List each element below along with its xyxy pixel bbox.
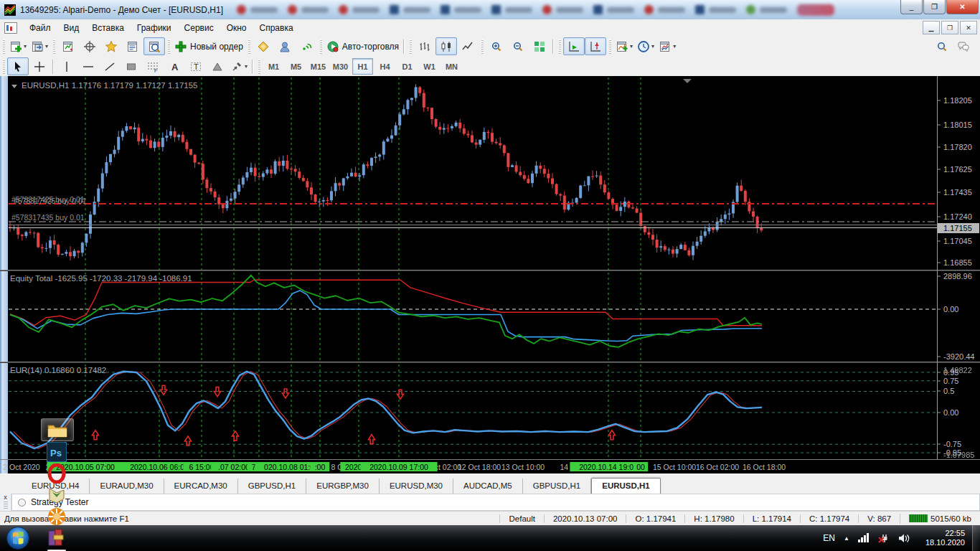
price-chart[interactable]: #578317425 buy 0.01#578317425 buy 0.01#5… (0, 76, 980, 474)
no-internet-plug-icon[interactable] (878, 533, 891, 544)
arrow-tri-button[interactable] (207, 57, 228, 75)
toolbar-separator (52, 60, 54, 74)
strategy-tester-button[interactable] (143, 37, 165, 55)
menu-Справка[interactable]: Справка (253, 21, 300, 35)
blurred-item (491, 2, 532, 17)
chart-window-icon[interactable] (4, 22, 17, 34)
cursor-button[interactable] (7, 57, 29, 75)
timeframe-H4[interactable]: H4 (374, 58, 395, 75)
show-desktop-button[interactable] (972, 525, 980, 551)
menu-Файл[interactable]: Файл (23, 21, 57, 35)
navigator-button[interactable] (100, 37, 122, 55)
data-window-button[interactable] (79, 37, 100, 55)
chart-tab-AUDCAD,M5[interactable]: AUDCAD,M5 (453, 479, 523, 494)
timeframe-W1[interactable]: W1 (419, 58, 440, 75)
new-order-button[interactable]: Новый ордер (172, 37, 245, 55)
search-button[interactable] (931, 37, 953, 55)
trendline-button[interactable] (99, 57, 121, 75)
zoom-in-button[interactable] (486, 37, 507, 55)
metaeditor-button[interactable] (253, 37, 274, 55)
timeframe-M15[interactable]: M15 (308, 58, 329, 75)
metaeditor-icon (257, 40, 270, 53)
dropdown-caret-icon[interactable]: ▾ (651, 43, 654, 50)
close-button[interactable]: ✕ (946, 0, 979, 14)
channel-button[interactable] (121, 57, 142, 75)
hline-button[interactable] (77, 57, 99, 75)
crosshair-button[interactable] (29, 57, 50, 75)
taskbar-app-opera[interactable] (41, 463, 72, 484)
market-watch-button[interactable] (57, 37, 79, 55)
eur-extreme-label: 1.49822 (943, 366, 972, 375)
search-icon (936, 40, 948, 53)
price-scale-label: 1.17045 (943, 237, 972, 245)
system-tray: EN ▲ 22:55 18.10.2020 (823, 525, 980, 551)
signals-button[interactable] (296, 37, 317, 55)
chart-shift-button[interactable] (585, 37, 606, 55)
child-close-button[interactable]: ✕ (960, 21, 977, 34)
maximize-button[interactable]: ❐ (923, 0, 946, 14)
dropdown-caret-icon[interactable]: ▾ (45, 43, 48, 50)
timeframe-M1[interactable]: M1 (263, 58, 284, 75)
chart-tab-GBPUSD,H1[interactable]: GBPUSD,H1 (523, 479, 591, 494)
minimize-button[interactable]: _ (900, 0, 923, 14)
bar-chart-button[interactable] (414, 37, 435, 55)
taskbar-app-explorer[interactable] (41, 418, 74, 441)
menu-Вид[interactable]: Вид (57, 21, 86, 35)
fibo-button[interactable]: F (142, 57, 164, 75)
timeframe-M30[interactable]: M30 (330, 58, 351, 75)
new-chart-button[interactable]: ▾ (7, 37, 29, 55)
chart-tab-EURCAD,M30[interactable]: EURCAD,M30 (164, 479, 238, 494)
chat-button[interactable] (953, 37, 974, 55)
chart-tab-GBPUSD,H1[interactable]: GBPUSD,H1 (238, 479, 306, 494)
chart-area[interactable]: #578317425 buy 0.01#578317425 buy 0.01#5… (0, 76, 980, 474)
child-restore-button[interactable]: ❐ (941, 21, 958, 34)
vline-button[interactable] (56, 57, 77, 75)
experts-button[interactable] (274, 37, 296, 55)
timeframe-H1[interactable]: H1 (352, 58, 373, 75)
tray-expand-icon[interactable]: ▲ (844, 535, 849, 542)
menu-Окно[interactable]: Окно (220, 21, 253, 35)
menu-Вставка[interactable]: Вставка (85, 21, 131, 35)
dropdown-caret-icon[interactable]: ▾ (630, 43, 633, 50)
profiles-button[interactable]: ▾ (29, 37, 50, 55)
dropdown-caret-icon[interactable]: ▾ (24, 43, 27, 50)
title-bar[interactable]: 13649295: Alpari-Demo - Демо Счет - [EUR… (0, 0, 980, 20)
menu-Графики[interactable]: Графики (131, 21, 178, 35)
line-chart-button[interactable] (457, 37, 479, 55)
taskbar-app-photoshop[interactable]: Ps (41, 441, 72, 463)
tester-close-icon[interactable]: x (4, 494, 7, 501)
zoom-out-button[interactable] (507, 37, 529, 55)
taskbar-app-wheel[interactable] (41, 506, 72, 527)
indicators-button[interactable]: ▾ (613, 37, 635, 55)
menu-Сервис[interactable]: Сервис (178, 21, 220, 35)
taskbar-app-book[interactable] (41, 484, 72, 506)
start-button[interactable] (4, 526, 32, 550)
periods-button[interactable]: ▾ (635, 37, 656, 55)
taskbar-app-winrar[interactable] (41, 527, 72, 549)
tile-windows-button[interactable] (529, 37, 550, 55)
timeframe-M5[interactable]: M5 (286, 58, 306, 75)
terminal-button[interactable] (122, 37, 143, 55)
text-a-button[interactable]: A (164, 57, 185, 75)
chart-tab-EURGBP,M30[interactable]: EURGBP,M30 (306, 479, 380, 494)
chart-tab-EURUSD,M30[interactable]: EURUSD,M30 (380, 479, 453, 494)
autotrade-button[interactable]: Авто-торговля (324, 37, 401, 55)
clock[interactable]: 22:55 18.10.2020 (925, 529, 965, 547)
chart-tab-EURUSD,H1[interactable]: EURUSD,H1 (591, 478, 660, 494)
svg-text:Ps: Ps (50, 448, 62, 458)
shapes-button[interactable]: ▾ (228, 57, 250, 75)
child-minimize-button[interactable]: ▁ (923, 21, 940, 34)
volume-icon[interactable] (898, 533, 911, 544)
dropdown-caret-icon[interactable]: ▾ (245, 63, 248, 70)
auto-scroll-button[interactable] (563, 37, 585, 55)
candle-chart-button[interactable] (435, 37, 457, 55)
network-signal-icon[interactable] (858, 533, 871, 543)
timeframe-D1[interactable]: D1 (397, 58, 418, 75)
timeframe-MN[interactable]: MN (441, 58, 462, 75)
blurred-item (797, 2, 834, 17)
label-t-button[interactable]: T (185, 57, 207, 75)
language-indicator[interactable]: EN (823, 533, 835, 543)
chart-tab-EURAUD,M30[interactable]: EURAUD,M30 (90, 479, 164, 494)
templates-button[interactable]: ▾ (656, 37, 678, 55)
dropdown-caret-icon[interactable]: ▾ (673, 43, 676, 50)
